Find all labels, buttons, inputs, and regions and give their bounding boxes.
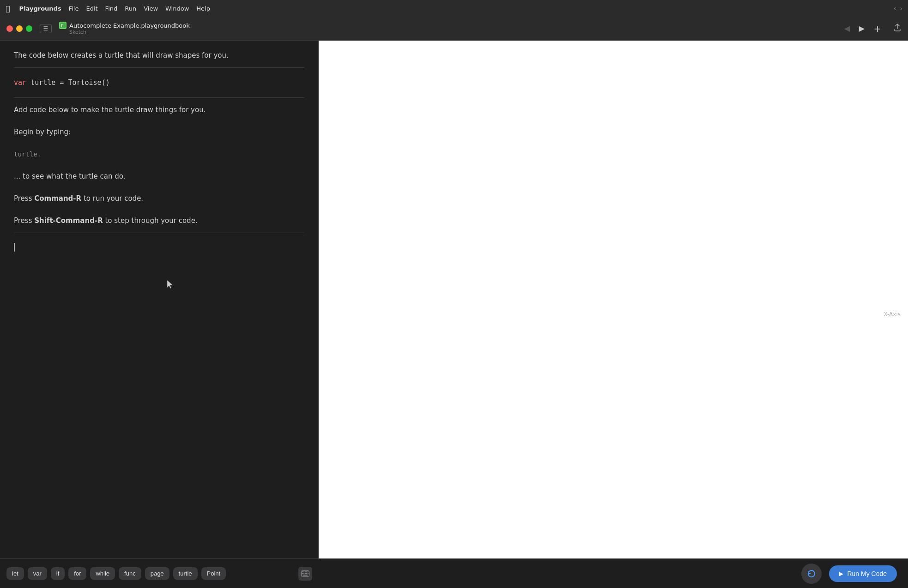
menu-playgrounds[interactable]: Playgrounds <box>19 5 61 12</box>
snippet-if[interactable]: if <box>51 567 65 580</box>
sidebar-toggle-button[interactable]: ☰ <box>40 24 52 33</box>
sidebar-toggle-icon: ☰ <box>43 25 48 32</box>
svg-rect-5 <box>305 571 306 572</box>
snippet-turtle[interactable]: turtle <box>173 567 198 580</box>
code-turtle-dot: turtle. <box>14 150 41 158</box>
editor-pane: The code below creates a turtle that wil… <box>0 41 319 588</box>
code-var-turtle: var turtle = Tortoise() <box>14 74 304 91</box>
menu-window[interactable]: Window <box>165 5 189 12</box>
bottom-run-area: ▶ Run My Code <box>319 558 908 588</box>
run-button[interactable]: ▶ Run My Code <box>829 565 897 582</box>
file-title-area: P Autocomplete Example.playgroundbook Sk… <box>59 22 190 35</box>
prose-begin: Begin by typing: <box>14 126 304 138</box>
run-label: Run My Code <box>847 570 887 577</box>
svg-rect-4 <box>303 571 304 572</box>
shortcut-shift-cmd-r: Shift-Command-R <box>34 216 103 225</box>
svg-rect-12 <box>308 573 309 574</box>
snippet-var[interactable]: var <box>28 567 47 580</box>
cursor-line[interactable] <box>14 240 304 252</box>
svg-rect-6 <box>306 571 307 572</box>
x-axis-label: X-Axis <box>884 311 901 318</box>
titlebar: ☰ P Autocomplete Example.playgroundbook … <box>0 17 908 41</box>
snippet-while[interactable]: while <box>90 567 115 580</box>
file-icon: P <box>59 22 67 29</box>
svg-rect-13 <box>303 575 308 576</box>
menubar:  Playgrounds File Edit Find Run View Wi… <box>0 0 908 17</box>
file-title: Autocomplete Example.playgroundbook <box>69 22 190 29</box>
minimize-button[interactable] <box>16 25 23 32</box>
traffic-lights <box>6 25 32 32</box>
code-turtle-assign: turtle = Tortoise() <box>30 78 110 87</box>
keyboard-toggle-button[interactable] <box>298 567 312 581</box>
menu-run[interactable]: Run <box>125 5 136 12</box>
prose-press-2: Press <box>14 216 34 225</box>
prose-add-code: Add code below to make the turtle draw t… <box>14 104 304 115</box>
forward-button[interactable]: ▶ <box>856 23 867 34</box>
snippet-toolbar: let var if for while func page turtle Po… <box>0 558 319 588</box>
nav-back-top[interactable]: ‹ <box>894 5 896 12</box>
separator-2 <box>14 97 304 98</box>
snippet-point[interactable]: Point <box>201 567 226 580</box>
menu-help[interactable]: Help <box>196 5 210 12</box>
share-button[interactable] <box>893 24 902 34</box>
editor-content[interactable]: The code below creates a turtle that wil… <box>0 41 318 588</box>
prose-press-1-suffix: to run your code. <box>81 194 143 203</box>
svg-rect-3 <box>302 571 303 572</box>
refresh-button[interactable] <box>801 564 822 584</box>
prose-press-2-suffix: to step through your code. <box>103 216 198 225</box>
svg-rect-9 <box>303 573 304 574</box>
shortcut-cmd-r: Command-R <box>34 194 81 203</box>
file-subtitle: Sketch <box>69 29 86 35</box>
prose-see: ... to see what the turtle can do. <box>14 171 304 182</box>
svg-rect-8 <box>302 573 303 574</box>
text-cursor <box>14 243 15 252</box>
snippet-for[interactable]: for <box>68 567 86 580</box>
apple-menu[interactable]:  <box>6 4 10 13</box>
add-button[interactable]: + <box>871 22 884 35</box>
svg-rect-11 <box>306 573 307 574</box>
prose-press-1: Press <box>14 194 34 203</box>
svg-rect-7 <box>308 571 309 572</box>
run-icon: ▶ <box>839 570 843 577</box>
maximize-button[interactable] <box>26 25 32 32</box>
svg-text:P: P <box>61 24 64 28</box>
nav-forward-top[interactable]: › <box>900 5 902 12</box>
keyword-var: var <box>14 78 26 87</box>
main-area: The code below creates a turtle that wil… <box>0 41 908 588</box>
snippet-func[interactable]: func <box>119 567 141 580</box>
canvas-pane: X-Axis <box>319 41 908 588</box>
svg-rect-10 <box>305 573 306 574</box>
prose-command-r: Press Command-R to run your code. <box>14 193 304 204</box>
prose-shift-command-r: Press Shift-Command-R to step through yo… <box>14 215 304 226</box>
close-button[interactable] <box>6 25 13 32</box>
separator-1 <box>14 67 304 68</box>
back-button[interactable]: ◀ <box>841 23 853 34</box>
snippet-let[interactable]: let <box>6 567 24 580</box>
menu-find[interactable]: Find <box>105 5 118 12</box>
separator-3 <box>14 233 304 233</box>
menu-file[interactable]: File <box>69 5 79 12</box>
menu-edit[interactable]: Edit <box>86 5 97 12</box>
mouse-cursor <box>166 279 175 293</box>
prose-intro: The code below creates a turtle that wil… <box>14 50 304 61</box>
snippet-page[interactable]: page <box>145 567 169 580</box>
nav-buttons: ◀ ▶ + <box>841 22 884 35</box>
menu-view[interactable]: View <box>144 5 158 12</box>
